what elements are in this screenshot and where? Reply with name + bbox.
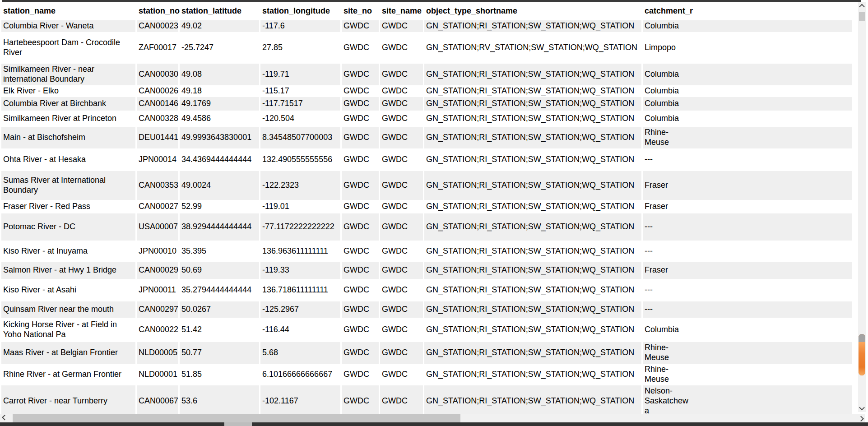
cell-station_no[interactable]: NLD00001 bbox=[137, 364, 178, 385]
cell-station_longitude[interactable]: 8.34548507700003 bbox=[260, 127, 340, 148]
column-header-station_no[interactable]: station_no bbox=[137, 2, 178, 20]
cell-object_type_shortname[interactable]: GN_STATION;RI_STATION;SW_STATION;WQ_STAT… bbox=[424, 342, 641, 364]
cell-station_longitude[interactable]: 136.963611111111 bbox=[260, 241, 340, 262]
cell-station_longitude[interactable]: 132.490555555556 bbox=[260, 148, 340, 171]
cell-station_longitude[interactable]: -119.01 bbox=[260, 200, 340, 213]
cell-object_type_shortname[interactable]: GN_STATION;RI_STATION;SW_STATION;WQ_STAT… bbox=[424, 262, 641, 279]
cell-catchment[interactable]: Columbia bbox=[643, 20, 852, 32]
cell-station_latitude[interactable]: 50.77 bbox=[180, 342, 259, 364]
table-row[interactable]: Quinsam River near the mouthCAN0029750.0… bbox=[1, 301, 852, 318]
cell-station_no[interactable]: DEU01441 bbox=[137, 127, 178, 148]
cell-site_name[interactable]: GWDC bbox=[380, 64, 423, 85]
table-row[interactable]: Similkameen River - near international B… bbox=[1, 64, 852, 85]
horizontal-scrollbar-thumb[interactable] bbox=[13, 414, 460, 422]
cell-site_name[interactable]: GWDC bbox=[380, 241, 423, 262]
cell-catchment[interactable]: Columbia bbox=[643, 318, 852, 342]
cell-station_latitude[interactable]: 49.1769 bbox=[180, 97, 259, 111]
cell-station_no[interactable]: JPN00014 bbox=[137, 148, 178, 171]
cell-catchment[interactable]: Nelson-Saskatchewa bbox=[643, 385, 852, 417]
cell-station_no[interactable]: USA00007 bbox=[137, 213, 178, 241]
table-row[interactable]: Hartebeespoort Dam - Crocodile RiverZAF0… bbox=[1, 32, 852, 64]
cell-station_no[interactable]: JPN00011 bbox=[137, 279, 178, 301]
cell-object_type_shortname[interactable]: GN_STATION;RI_STATION;SW_STATION;WQ_STAT… bbox=[424, 127, 641, 148]
cell-object_type_shortname[interactable]: GN_STATION;RI_STATION;SW_STATION;WQ_STAT… bbox=[424, 64, 641, 85]
cell-site_no[interactable]: GWDC bbox=[342, 342, 379, 364]
table-row[interactable]: Kicking Horse River - at Field in Yoho N… bbox=[1, 318, 852, 342]
orange-scroll-marker[interactable] bbox=[859, 334, 865, 375]
cell-site_name[interactable]: GWDC bbox=[380, 318, 423, 342]
cell-site_name[interactable]: GWDC bbox=[380, 20, 423, 32]
cell-site_no[interactable]: GWDC bbox=[342, 279, 379, 301]
cell-station_name[interactable]: Columbia River - Waneta bbox=[1, 20, 135, 32]
column-header-site_no[interactable]: site_no bbox=[342, 2, 379, 20]
cell-station_longitude[interactable]: -102.1167 bbox=[260, 385, 340, 417]
table-row[interactable]: Potomac River - DCUSA0000738.92944444444… bbox=[1, 213, 852, 241]
cell-station_no[interactable]: CAN00030 bbox=[137, 64, 178, 85]
cell-station_no[interactable]: JPN00010 bbox=[137, 241, 178, 262]
cell-site_no[interactable]: GWDC bbox=[342, 200, 379, 213]
cell-station_name[interactable]: Similkameen River at Princeton bbox=[1, 111, 135, 127]
cell-station_longitude[interactable]: -116.44 bbox=[260, 318, 340, 342]
cell-station_longitude[interactable]: -119.71 bbox=[260, 64, 340, 85]
cell-station_name[interactable]: Similkameen River - near international B… bbox=[1, 64, 135, 85]
cell-site_name[interactable]: GWDC bbox=[380, 127, 423, 148]
cell-site_name[interactable]: GWDC bbox=[380, 97, 423, 111]
cell-station_longitude[interactable]: -77.1172222222222 bbox=[260, 213, 340, 241]
cell-catchment[interactable]: Rhine-Meuse bbox=[643, 127, 852, 148]
cell-object_type_shortname[interactable]: GN_STATION;RI_STATION;SW_STATION;WQ_STAT… bbox=[424, 111, 641, 127]
cell-station_name[interactable]: Ohta River - at Hesaka bbox=[1, 148, 135, 171]
cell-station_name[interactable]: Quinsam River near the mouth bbox=[1, 301, 135, 318]
cell-site_no[interactable]: GWDC bbox=[342, 20, 379, 32]
cell-station_name[interactable]: Rhine River - at German Frontier bbox=[1, 364, 135, 385]
cell-station_longitude[interactable]: -120.504 bbox=[260, 111, 340, 127]
cell-object_type_shortname[interactable]: GN_STATION;RI_STATION;SW_STATION;WQ_STAT… bbox=[424, 213, 641, 241]
cell-site_no[interactable]: GWDC bbox=[342, 111, 379, 127]
cell-site_no[interactable]: GWDC bbox=[342, 127, 379, 148]
table-row[interactable]: Maas River - at Belgian FrontierNLD00005… bbox=[1, 342, 852, 364]
cell-object_type_shortname[interactable]: GN_STATION;RI_STATION;SW_STATION;WQ_STAT… bbox=[424, 85, 641, 97]
cell-object_type_shortname[interactable]: GN_STATION;RV_STATION;SW_STATION;WQ_STAT… bbox=[424, 32, 641, 64]
cell-station_longitude[interactable]: -115.17 bbox=[260, 85, 340, 97]
cell-catchment[interactable]: Columbia bbox=[643, 97, 852, 111]
cell-site_no[interactable]: GWDC bbox=[342, 213, 379, 241]
cell-station_latitude[interactable]: 49.08 bbox=[180, 64, 259, 85]
cell-catchment[interactable]: Fraser bbox=[643, 200, 852, 213]
cell-site_name[interactable]: GWDC bbox=[380, 364, 423, 385]
cell-object_type_shortname[interactable]: GN_STATION;RI_STATION;SW_STATION;WQ_STAT… bbox=[424, 241, 641, 262]
cell-station_name[interactable]: Salmon River - at Hwy 1 Bridge bbox=[1, 262, 135, 279]
cell-station_latitude[interactable]: -25.7247 bbox=[180, 32, 259, 64]
table-row[interactable]: Sumas River at International BoundaryCAN… bbox=[1, 171, 852, 200]
cell-station_no[interactable]: ZAF00017 bbox=[137, 32, 178, 64]
cell-station_latitude[interactable]: 49.0024 bbox=[180, 171, 259, 200]
vertical-scrollbar[interactable] bbox=[858, 2, 866, 412]
cell-site_name[interactable]: GWDC bbox=[380, 85, 423, 97]
table-row[interactable]: Elk River - ElkoCAN0002649.18-115.17GWDC… bbox=[1, 85, 852, 97]
cell-station_no[interactable]: CAN00067 bbox=[137, 385, 178, 417]
cell-site_name[interactable]: GWDC bbox=[380, 262, 423, 279]
cell-site_no[interactable]: GWDC bbox=[342, 385, 379, 417]
column-header-site_name[interactable]: site_name bbox=[380, 2, 423, 20]
cell-station_no[interactable]: CAN00023 bbox=[137, 20, 178, 32]
cell-site_name[interactable]: GWDC bbox=[380, 385, 423, 417]
cell-station_longitude[interactable]: -117.6 bbox=[260, 20, 340, 32]
cell-station_longitude[interactable]: 136.718611111111 bbox=[260, 279, 340, 301]
table-row[interactable]: Similkameen River at PrincetonCAN0032849… bbox=[1, 111, 852, 127]
cell-catchment[interactable]: --- bbox=[643, 279, 852, 301]
cell-site_no[interactable]: GWDC bbox=[342, 301, 379, 318]
cell-station_latitude[interactable]: 53.6 bbox=[180, 385, 259, 417]
cell-catchment[interactable]: Rhine-Meuse bbox=[643, 364, 852, 385]
cell-station_name[interactable]: Columbia River at Birchbank bbox=[1, 97, 135, 111]
table-row[interactable]: Salmon River - at Hwy 1 BridgeCAN0002950… bbox=[1, 262, 852, 279]
cell-station_name[interactable]: Main - at Bischofsheim bbox=[1, 127, 135, 148]
cell-catchment[interactable]: --- bbox=[643, 241, 852, 262]
vertical-scrollbar-thumb[interactable] bbox=[859, 12, 865, 21]
cell-site_no[interactable]: GWDC bbox=[342, 32, 379, 64]
cell-object_type_shortname[interactable]: GN_STATION;RI_STATION;SW_STATION;WQ_STAT… bbox=[424, 318, 641, 342]
cell-station_name[interactable]: Sumas River at International Boundary bbox=[1, 171, 135, 200]
table-row[interactable]: Ohta River - at HesakaJPN0001434.4369444… bbox=[1, 148, 852, 171]
table-row[interactable]: Kiso River - at AsahiJPN0001135.27944444… bbox=[1, 279, 852, 301]
cell-station_no[interactable]: CAN00029 bbox=[137, 262, 178, 279]
cell-object_type_shortname[interactable]: GN_STATION;RI_STATION;SW_STATION;WQ_STAT… bbox=[424, 200, 641, 213]
cell-station_name[interactable]: Fraser River - Red Pass bbox=[1, 200, 135, 213]
cell-site_name[interactable]: GWDC bbox=[380, 279, 423, 301]
